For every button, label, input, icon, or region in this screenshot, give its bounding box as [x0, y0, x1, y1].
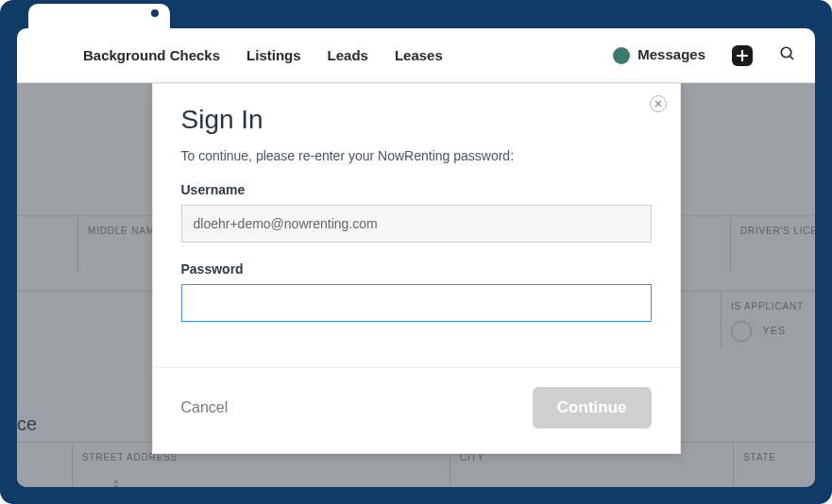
nav-leases[interactable]: Leases	[395, 47, 443, 63]
status-dot-icon	[613, 47, 630, 64]
top-nav: Background Checks Listings Leads Leases …	[17, 28, 815, 83]
search-button[interactable]	[779, 45, 796, 66]
browser-tab[interactable]	[28, 4, 170, 30]
close-icon	[654, 100, 662, 108]
nav-background-checks[interactable]: Background Checks	[83, 47, 220, 63]
nav-messages-label: Messages	[637, 46, 705, 62]
password-label: Password	[181, 261, 652, 277]
search-icon	[779, 45, 796, 62]
sign-in-modal: Sign In To continue, please re-enter you…	[152, 83, 681, 454]
modal-title: Sign In	[181, 105, 652, 135]
modal-subtitle: To continue, please re-enter your NowRen…	[181, 148, 652, 163]
username-label: Username	[181, 182, 652, 197]
nav-messages[interactable]: Messages	[613, 46, 705, 64]
nav-leads[interactable]: Leads	[328, 47, 368, 63]
nav-listings[interactable]: Listings	[246, 47, 301, 63]
password-field[interactable]	[181, 284, 652, 322]
svg-point-0	[781, 47, 791, 58]
continue-button[interactable]: Continue	[533, 387, 652, 428]
tab-close-icon[interactable]	[151, 9, 159, 17]
browser-frame: Background Checks Listings Leads Leases …	[0, 0, 832, 504]
add-button[interactable]	[732, 45, 753, 66]
username-field[interactable]	[181, 205, 652, 243]
plus-icon	[737, 50, 748, 61]
svg-line-1	[790, 56, 793, 59]
viewport: Background Checks Listings Leads Leases …	[17, 28, 815, 487]
cancel-button[interactable]: Cancel	[181, 399, 229, 416]
close-button[interactable]	[650, 95, 667, 112]
